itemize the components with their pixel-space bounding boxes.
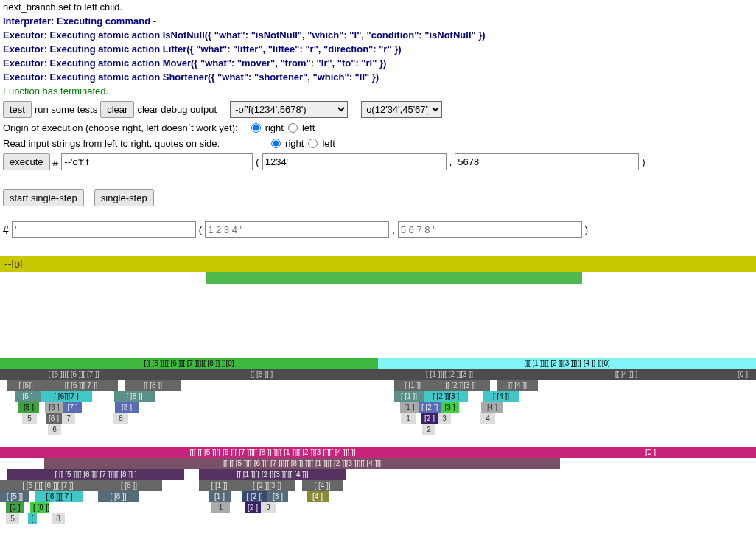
rparen-label: ) bbox=[642, 156, 645, 167]
tree-node: [ [4 ]] bbox=[302, 480, 343, 491]
test-button[interactable]: test bbox=[3, 101, 32, 118]
arg2-input[interactable] bbox=[455, 153, 639, 170]
tree-node: [5 ] bbox=[18, 402, 39, 413]
tree-node: [ [8 ]] bbox=[96, 480, 162, 491]
tree-node: [1 ] bbox=[209, 491, 231, 502]
tree-node: [3 ] bbox=[267, 491, 288, 502]
tree-node: 2 bbox=[422, 424, 435, 435]
tree-node: [4 ] bbox=[481, 402, 503, 413]
log-line: Interpreter: Executing command - bbox=[0, 14, 756, 28]
tree-node: [[[ [5 ]][[ [6 ]][ [7 ]]][[ [8 ]] ]][0] bbox=[0, 358, 378, 369]
program-input-2[interactable] bbox=[12, 221, 196, 238]
tree-node: [ [5]] bbox=[7, 380, 44, 391]
tree-node: [ [5 ]][[ [6 ]][ [7 ]] bbox=[0, 369, 147, 380]
tree-node: [ [8 ]] bbox=[114, 391, 155, 402]
arg1-input[interactable] bbox=[262, 153, 447, 170]
log-line: Executor: Executing atomic action Shorte… bbox=[0, 70, 756, 84]
tree-node: [0 ] bbox=[729, 369, 756, 380]
log-line: Executor: Executing atomic action Lifter… bbox=[0, 42, 756, 56]
tree-node: [ [5 ]][[ [6 ]][ [7 ]] bbox=[0, 480, 96, 491]
tree-node: [ bbox=[28, 513, 37, 524]
tree-node: [ [1 ]] bbox=[394, 391, 424, 402]
tree-node: [[ [4 ]] bbox=[497, 380, 538, 391]
clear-debug-label: clear debug output bbox=[137, 104, 217, 115]
tree-node: 5 bbox=[6, 513, 19, 524]
tree-node: 4 bbox=[480, 413, 495, 424]
tree-node: [ [2 ]][3 ] bbox=[424, 391, 468, 402]
read-left-radio[interactable] bbox=[308, 139, 318, 148]
tree-node: [6 ] bbox=[45, 402, 63, 413]
tree-node: 6 bbox=[48, 424, 61, 435]
origin-right-radio[interactable] bbox=[251, 123, 261, 133]
tree-node: [[6 ]][ 7 ] bbox=[35, 491, 83, 502]
tree-node: [5 ] bbox=[6, 502, 24, 513]
left-label-2: left bbox=[322, 138, 335, 149]
tree-node: [ [1 ]] bbox=[199, 480, 239, 491]
tree-node: [[ [[ [5 ]][[ [6 ]][ [7 ]]][[ [8 ]] ]][[… bbox=[44, 458, 560, 469]
log-line: Executor: Executing atomic action Mover(… bbox=[0, 56, 756, 70]
tree-node: [[ [8 ]] bbox=[125, 380, 181, 391]
tree-node: [ [1 ]] bbox=[394, 380, 431, 391]
tree-node: [2 ] bbox=[245, 502, 261, 513]
tree-node: [ [2 ]] bbox=[242, 491, 267, 502]
log-line: Executor: Executing atomic action IsNotN… bbox=[0, 28, 756, 42]
tree-node: [ [8 ]] bbox=[30, 502, 49, 513]
tree-node: [ [2 ]][3 ]] bbox=[239, 480, 295, 491]
tree-node: [4 ] bbox=[307, 491, 329, 502]
tree-node: [1 ] bbox=[400, 402, 419, 413]
arg2-input-2[interactable] bbox=[398, 221, 582, 238]
expression-select-2[interactable]: o(12'34',45'67') bbox=[361, 101, 442, 118]
hash-label-2: # bbox=[3, 224, 9, 236]
tree-node: [[ [1 ]][[ [2 ]][3 ]]][[ [4 ]]] bbox=[199, 469, 346, 480]
right-label: right bbox=[265, 122, 284, 133]
tree-node: [3 ] bbox=[441, 402, 459, 413]
log-line: next_branch set to left child. bbox=[0, 0, 756, 14]
arg1-input-2[interactable] bbox=[205, 221, 389, 238]
program-input[interactable] bbox=[61, 153, 253, 170]
single-step-button[interactable]: single-step bbox=[94, 189, 154, 206]
tree-node: 3 bbox=[438, 413, 451, 424]
tree-node: 5 bbox=[22, 413, 37, 424]
tree-node: [[[ [[ [5 ]][[ [6 ]][ [7 ]]][[ [8 ]] ]][… bbox=[0, 447, 545, 458]
tree-node: 7 bbox=[62, 413, 75, 424]
read-right-radio[interactable] bbox=[271, 139, 281, 148]
lparen-label-2: ( bbox=[199, 224, 202, 235]
tree-node: [ [6]][7 ] bbox=[41, 391, 92, 402]
tree-node: [[ [8 ]] ] bbox=[147, 369, 376, 380]
execute-button[interactable]: execute bbox=[3, 153, 50, 170]
tree-node: [7 ] bbox=[63, 402, 82, 413]
tree-node: [ [1 ]][[ [2 ]][3 ]] bbox=[376, 369, 523, 380]
read-label: Read input strings from left to right, q… bbox=[3, 138, 220, 149]
tree-node: [ [5 ]] bbox=[0, 491, 29, 502]
expression-select-1[interactable]: -of'f(1234',5678') bbox=[230, 101, 348, 118]
start-single-step-button[interactable]: start single-step bbox=[3, 189, 84, 206]
origin-label: Origin of execution (choose right, left … bbox=[3, 122, 238, 133]
tree-node: 1 bbox=[211, 502, 230, 513]
run-tests-label: run some tests bbox=[35, 104, 97, 115]
tree-node: [[ [4 ]] ] bbox=[523, 369, 729, 380]
tree-node: 8 bbox=[113, 413, 128, 424]
log-line: Function has terminated. bbox=[0, 84, 756, 98]
clear-button[interactable]: clear bbox=[100, 101, 134, 118]
lparen-label: ( bbox=[256, 156, 259, 167]
tree-node: [2 ] bbox=[421, 413, 438, 424]
rparen-label-2: ) bbox=[585, 224, 588, 235]
origin-left-radio[interactable] bbox=[288, 123, 298, 133]
right-label-2: right bbox=[285, 138, 304, 149]
tree-node: [ [[ [5 ]][[ [6 ]][ [7 ]]][[ [8 ]] ] bbox=[7, 469, 184, 480]
tree-node: 8 bbox=[52, 513, 65, 524]
tree-node: [5 ] bbox=[15, 391, 41, 402]
tree-node: [ [4 ]] bbox=[483, 391, 519, 402]
tree-node: [[ [2 ]][3 ]] bbox=[431, 380, 490, 391]
tree-node: [ [2 ]] bbox=[419, 402, 441, 413]
tree-node: [[ [6 ]][ 7 ]] bbox=[44, 380, 118, 391]
comma-label: , bbox=[449, 156, 452, 167]
tree-node: [6 ] bbox=[46, 413, 62, 424]
tree-node: [0 ] bbox=[545, 447, 756, 458]
tree-node: 3 bbox=[261, 502, 276, 513]
tree-node: [[[ [1 ]][[ [2 ]][3 ]]][[ [4 ]] ]][0] bbox=[378, 358, 756, 369]
green-bar bbox=[206, 272, 582, 284]
tree-node: [8 ] bbox=[115, 402, 139, 413]
hash-label: # bbox=[53, 156, 59, 168]
left-label: left bbox=[302, 122, 315, 133]
